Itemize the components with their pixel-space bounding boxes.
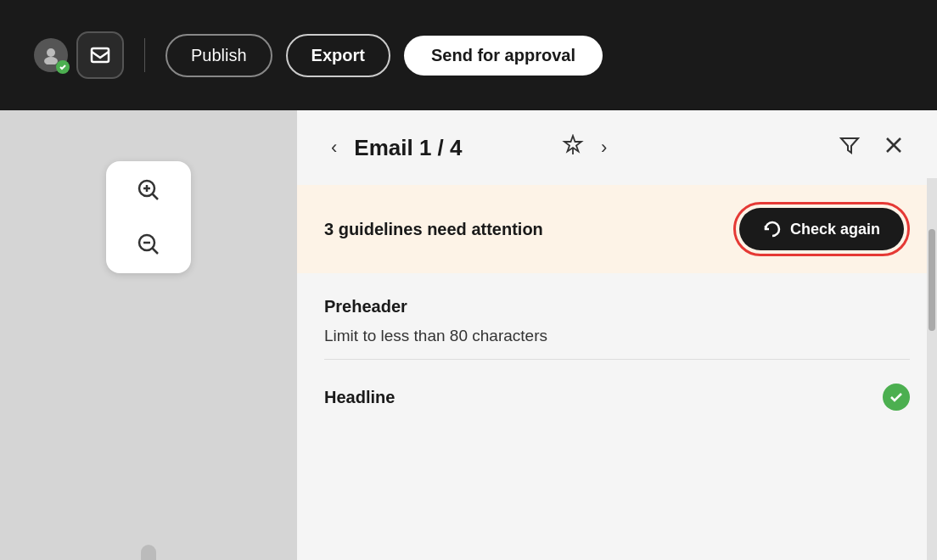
filter-icon: [839, 134, 861, 156]
svg-line-6: [152, 193, 158, 199]
panel-title: Email 1 / 4: [354, 135, 552, 161]
zoom-out-icon: [136, 232, 161, 257]
zoom-controls: [106, 161, 191, 273]
guideline-item-headline: Headline: [324, 360, 910, 411]
close-panel-button[interactable]: [878, 132, 910, 163]
check-again-label: Check again: [790, 221, 880, 238]
checkmark-icon: [889, 389, 904, 405]
check-again-button[interactable]: Check again: [739, 208, 904, 250]
app-logo-icon: [88, 43, 112, 67]
svg-marker-11: [841, 138, 858, 153]
send-approval-button[interactable]: Send for approval: [404, 36, 603, 76]
close-icon: [884, 136, 903, 154]
panel-header: ‹ Email 1 / 4 ›: [297, 110, 937, 185]
prev-email-button[interactable]: ‹: [324, 133, 344, 162]
main-area: ‹ Email 1 / 4 ›: [0, 110, 937, 560]
guideline-preheader-desc: Limit to less than 80 characters: [324, 327, 910, 345]
pin-icon[interactable]: [562, 134, 584, 161]
topbar-divider: [144, 38, 145, 72]
guidelines-list: Preheader Limit to less than 80 characte…: [297, 273, 937, 411]
export-button[interactable]: Export: [286, 34, 390, 77]
filter-button[interactable]: [832, 131, 867, 165]
alert-bar: 3 guidelines need attention Check again: [297, 185, 937, 273]
left-sidebar: [0, 110, 297, 560]
refresh-icon: [763, 220, 782, 238]
publish-button[interactable]: Publish: [166, 34, 272, 77]
headline-check-icon: [883, 384, 910, 411]
star-pin-icon: [562, 134, 584, 156]
next-email-button[interactable]: ›: [594, 133, 614, 162]
zoom-out-button[interactable]: [130, 226, 167, 263]
svg-point-0: [47, 48, 55, 57]
check-again-highlight: Check again: [733, 202, 910, 256]
svg-line-9: [152, 248, 158, 254]
zoom-in-button[interactable]: [130, 171, 167, 209]
app-icon-button[interactable]: [76, 31, 124, 79]
guideline-preheader-title: Preheader: [324, 297, 910, 316]
scrollbar-track[interactable]: [927, 178, 937, 560]
svg-point-1: [44, 57, 58, 64]
guideline-headline-title: Headline: [324, 388, 395, 407]
user-avatar: [34, 38, 68, 72]
right-panel: ‹ Email 1 / 4 ›: [297, 110, 937, 560]
zoom-in-icon: [136, 177, 161, 203]
alert-text: 3 guidelines need attention: [324, 220, 543, 239]
verified-badge: [56, 60, 70, 74]
svg-rect-2: [92, 48, 109, 62]
guideline-item-preheader: Preheader Limit to less than 80 characte…: [324, 273, 910, 345]
scrollbar-thumb[interactable]: [929, 229, 935, 331]
topbar: Publish Export Send for approval: [0, 0, 937, 110]
check-badge-icon: [59, 63, 67, 71]
resize-handle[interactable]: [141, 545, 156, 560]
logo-group: [34, 31, 124, 79]
